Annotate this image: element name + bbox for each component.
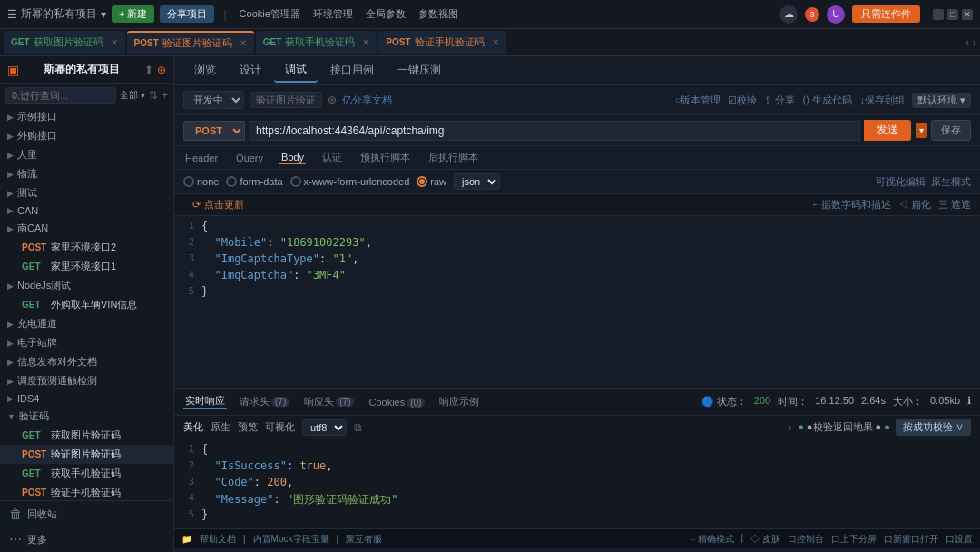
tab-stress[interactable]: 一键压测 bbox=[387, 59, 452, 82]
sidebar-item-schedule[interactable]: ▶ 调度预测通触检测 bbox=[0, 371, 173, 390]
sidebar-item-logistics[interactable]: ▶ 物流 bbox=[0, 164, 173, 183]
sidebar-api-vin[interactable]: GET 外购取车辆VIN信息 bbox=[0, 295, 173, 314]
copy-icon[interactable]: ⧉ bbox=[354, 421, 362, 434]
extract-action-3[interactable]: 三 遮遮 bbox=[938, 198, 971, 212]
tab-debug[interactable]: 调试 bbox=[274, 58, 318, 83]
format-raw[interactable]: 原生 bbox=[211, 420, 230, 434]
version-mgmt[interactable]: ○版本管理 bbox=[675, 94, 721, 107]
share-button[interactable]: 分享项目 bbox=[160, 5, 214, 23]
sidebar-item-verify[interactable]: ▼ 验证码 bbox=[0, 407, 173, 426]
extract-action-1[interactable]: ←据数字码和描述 bbox=[811, 198, 891, 212]
collapse-icon[interactable]: › bbox=[788, 419, 792, 436]
search-input[interactable] bbox=[5, 87, 116, 104]
maximize-button[interactable]: □ bbox=[947, 9, 958, 20]
resp-tab-req-headers[interactable]: 请求头(7) bbox=[238, 395, 291, 409]
minimize-button[interactable]: ─ bbox=[933, 9, 944, 20]
sidebar-item-more[interactable]: ⋯ 更多 bbox=[0, 527, 173, 552]
api-name-input[interactable] bbox=[250, 92, 322, 108]
avatar[interactable]: U bbox=[827, 5, 845, 24]
sidebar-item-can[interactable]: ▶ CAN bbox=[0, 202, 173, 219]
skin-settings[interactable]: ◇ 皮肤 bbox=[750, 533, 780, 546]
format-select[interactable]: json bbox=[454, 173, 500, 190]
url-input[interactable] bbox=[249, 121, 860, 141]
more-views[interactable]: 参数视图 bbox=[415, 7, 462, 21]
tab-close-icon[interactable]: ✕ bbox=[362, 37, 369, 47]
sidebar-item-sign[interactable]: ▶ 电子站牌 bbox=[0, 333, 173, 352]
sidebar-item-info[interactable]: ▶ 信息发布对外文档 bbox=[0, 352, 173, 371]
share-btn[interactable]: ⇪ 分享 bbox=[764, 94, 795, 107]
doc-tab-header[interactable]: Header bbox=[183, 153, 220, 163]
resp-tab-examples[interactable]: 响应示例 bbox=[437, 395, 481, 409]
sidebar-item-south-can[interactable]: ▶ 南CAN bbox=[0, 219, 173, 238]
extract-action-2[interactable]: ◁ 扁化 bbox=[898, 198, 931, 212]
console-btn[interactable]: 口控制台 bbox=[788, 533, 824, 546]
tab-close-icon[interactable]: ✕ bbox=[240, 38, 247, 48]
code-editor[interactable]: 1 { 2 "Mobile": "18691002293", 3 "ImgCap… bbox=[174, 216, 980, 388]
dropdown-icon[interactable]: ▾ bbox=[101, 8, 106, 21]
api-tab-3[interactable]: POST 验证手机验证码 ✕ bbox=[378, 31, 505, 54]
new-button[interactable]: + 新建 bbox=[112, 5, 154, 23]
response-editor[interactable]: 1 { 2 "IsSuccess": true, 3 "Code": 200, … bbox=[174, 439, 980, 528]
doc-tab-pre-script[interactable]: 预执行脚本 bbox=[358, 151, 412, 164]
sidebar-item-people[interactable]: ▶ 人里 bbox=[0, 145, 173, 164]
send-dropdown[interactable]: ▾ bbox=[916, 123, 927, 138]
mock-label[interactable]: 内置Mock字段宝量 bbox=[253, 533, 329, 546]
sort-icon[interactable]: ⇅ bbox=[149, 89, 158, 102]
close-button[interactable]: ✕ bbox=[962, 9, 973, 20]
filter-label[interactable]: 全部 ▾ bbox=[120, 89, 145, 102]
sidebar-item-test[interactable]: ▶ 测试 bbox=[0, 183, 173, 202]
tab-close-icon[interactable]: ✕ bbox=[492, 37, 499, 47]
env-select[interactable]: 开发中 bbox=[183, 91, 244, 109]
click-refresh-btn[interactable]: ⟳ 点击更新 bbox=[183, 196, 253, 213]
sidebar-item-trash[interactable]: 🗑 回收站 bbox=[0, 501, 173, 527]
send-button[interactable]: 发送 bbox=[864, 120, 911, 141]
save-button[interactable]: 保存 bbox=[931, 120, 971, 141]
native-mode-btn[interactable]: 原生模式 bbox=[931, 175, 971, 189]
add-icon[interactable]: ⊕ bbox=[157, 64, 166, 76]
format-preview[interactable]: 预览 bbox=[238, 420, 258, 434]
verify-button[interactable]: 按成功校验 ∨ bbox=[896, 419, 971, 436]
default-env-btn[interactable]: 默认环境 ▾ bbox=[912, 93, 971, 108]
next-tab[interactable]: › bbox=[973, 36, 976, 49]
help-docs[interactable]: 帮助文档 bbox=[200, 533, 236, 546]
encoding-select[interactable]: utf8 bbox=[302, 419, 347, 436]
gen-code-btn[interactable]: ⟨⟩ 生成代码 bbox=[802, 94, 852, 107]
upload-icon[interactable]: ⬆ bbox=[144, 64, 153, 76]
info-icon[interactable]: ℹ bbox=[967, 395, 971, 409]
split-screen[interactable]: 口上下分屏 bbox=[831, 533, 877, 546]
tab-browse[interactable]: 浏览 bbox=[183, 59, 227, 82]
sidebar-api-home2[interactable]: POST 家里环境接口2 bbox=[0, 238, 173, 257]
listen-btn[interactable]: 聚互者服 bbox=[346, 533, 382, 546]
doc-tab-query[interactable]: Query bbox=[234, 153, 265, 163]
new-window[interactable]: 口新窗口打开 bbox=[884, 533, 938, 546]
api-tab-0[interactable]: GET 获取图片验证码 ✕ bbox=[4, 31, 125, 54]
radio-raw[interactable]: raw bbox=[416, 176, 446, 187]
doc-tab-post-script[interactable]: 后执行脚本 bbox=[426, 151, 480, 164]
sidebar-item-examples[interactable]: ▶ 示例接口 bbox=[0, 107, 173, 126]
sidebar-api-get-img[interactable]: GET 获取图片验证码 bbox=[0, 426, 173, 445]
radio-form-data[interactable]: form-data bbox=[226, 176, 282, 187]
add-folder-icon[interactable]: + bbox=[162, 89, 168, 102]
method-select[interactable]: POST bbox=[183, 121, 245, 141]
settings-btn[interactable]: 口设置 bbox=[946, 533, 973, 546]
connect-button[interactable]: 只需连作件 bbox=[852, 5, 920, 23]
notification-badge[interactable]: 3 bbox=[805, 7, 819, 22]
visual-edit-btn[interactable]: 可视化编辑 bbox=[876, 175, 926, 189]
sidebar-item-charging[interactable]: ▶ 充电通道 bbox=[0, 314, 173, 333]
resp-tab-realtime[interactable]: 实时响应 bbox=[183, 394, 227, 409]
sidebar-api-get-phone[interactable]: GET 获取手机验证码 bbox=[0, 464, 173, 483]
format-pretty[interactable]: 美化 bbox=[183, 420, 203, 434]
doc-share-link[interactable]: 亿分享文档 bbox=[342, 94, 392, 107]
resp-tab-cookies[interactable]: Cookies(0) bbox=[367, 397, 426, 408]
format-visual[interactable]: 可视化 bbox=[265, 420, 295, 434]
validate-btn[interactable]: ☑校验 bbox=[728, 94, 757, 107]
prev-tab[interactable]: ‹ bbox=[965, 36, 969, 49]
filter-icon[interactable]: ⊛ bbox=[328, 94, 337, 106]
api-tab-2[interactable]: GET 获取手机验证码 ✕ bbox=[256, 31, 377, 54]
sidebar-item-external[interactable]: ▶ 外购接口 bbox=[0, 126, 173, 145]
sidebar-api-home1[interactable]: GET 家里环境接口1 bbox=[0, 257, 173, 276]
radio-none[interactable]: none bbox=[183, 176, 219, 187]
tab-close-icon[interactable]: ✕ bbox=[111, 37, 118, 47]
save-to-group-btn[interactable]: ↓保存到组 bbox=[859, 94, 905, 107]
sidebar-api-post-img[interactable]: POST 验证图片验证码 bbox=[0, 445, 173, 464]
